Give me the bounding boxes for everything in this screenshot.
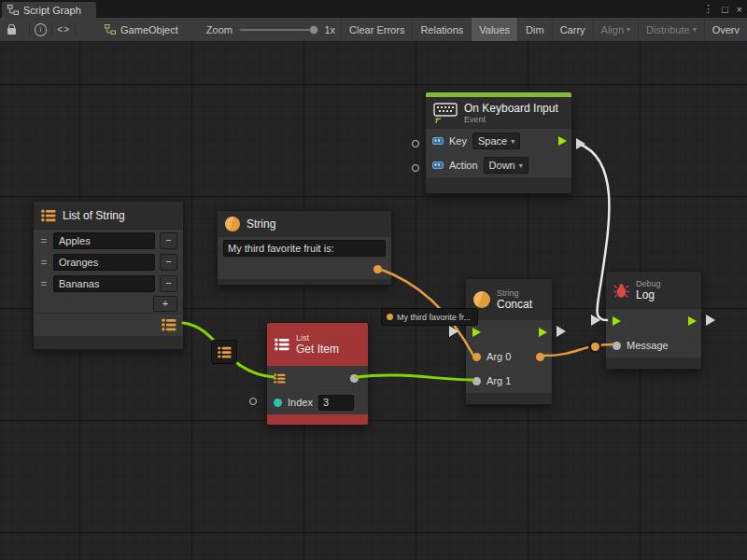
flow-row <box>606 309 701 333</box>
node-header: On Keyboard Input Event <box>426 97 571 129</box>
flow-row <box>466 320 552 344</box>
get-item-node[interactable]: List Get Item Index 3 <box>266 322 369 426</box>
distribute-button[interactable]: Distribute ▾ <box>638 18 704 41</box>
remove-item-button[interactable]: − <box>160 275 177 292</box>
on-keyboard-input-node[interactable]: On Keyboard Input Event Key Space ▾ Acti… <box>425 91 572 194</box>
tab-script-graph[interactable]: Script Graph <box>2 2 96 18</box>
index-input[interactable]: 3 <box>318 395 354 411</box>
drag-handle-icon[interactable]: = <box>39 257 49 268</box>
zoom-value: 1x <box>324 24 335 35</box>
dim-button[interactable]: Dim <box>517 18 552 41</box>
overview-button[interactable]: Overv <box>704 18 747 41</box>
graph-toolbar: i <> GameObject Zoom 1x Clear Errors Rel… <box>0 18 747 42</box>
index-port[interactable] <box>274 399 282 407</box>
info-icon[interactable]: i <box>35 23 48 36</box>
remove-item-button[interactable]: − <box>160 232 177 249</box>
list-value-badge <box>211 340 237 364</box>
action-port[interactable] <box>412 164 419 172</box>
concat-flow-in-arrow[interactable] <box>449 326 458 337</box>
flow-in-port[interactable] <box>472 328 481 337</box>
add-item-button[interactable]: + <box>153 296 177 312</box>
log-flow-out-arrow[interactable] <box>706 315 715 326</box>
node-header: List Get Item <box>267 323 368 366</box>
key-port[interactable] <box>412 140 419 147</box>
script-graph-icon <box>7 5 19 15</box>
concat-node[interactable]: String Concat Arg 0 Arg 1 <box>465 278 553 405</box>
window-maximize-icon[interactable]: □ <box>722 4 728 15</box>
string-output-row <box>218 259 391 279</box>
arg0-port[interactable] <box>472 353 481 361</box>
title-bar: Script Graph ⋮ □ × <box>0 0 747 18</box>
relations-button[interactable]: Relations <box>412 18 471 41</box>
list-item-row: = Bananas − <box>34 273 183 294</box>
chevron-down-icon: ▾ <box>511 137 514 146</box>
key-value: Space <box>478 135 507 147</box>
window-menu-icon[interactable]: ⋮ <box>703 3 713 15</box>
node-header: String Concat <box>466 279 552 320</box>
code-view-icon[interactable]: <> <box>57 24 70 35</box>
list-item-input[interactable]: Apples <box>53 232 155 249</box>
window-close-icon[interactable]: × <box>737 4 742 15</box>
string-type-icon <box>225 217 240 231</box>
list-of-string-node[interactable]: List of String = Apples − = Oranges − = … <box>33 201 184 350</box>
toolbar-separator <box>51 22 52 36</box>
flow-in-port[interactable] <box>613 316 621 326</box>
flow-out-port[interactable] <box>558 136 567 146</box>
action-row: Action Down ▾ <box>426 153 571 177</box>
list-output-port[interactable] <box>162 318 176 331</box>
string-type-icon <box>473 291 490 308</box>
arg1-port[interactable] <box>472 377 481 385</box>
chevron-down-icon: ▾ <box>693 25 697 34</box>
node-title: String <box>247 217 275 231</box>
flow-out-port[interactable] <box>539 328 547 337</box>
distribute-label: Distribute <box>646 24 689 35</box>
string-output-port[interactable] <box>374 265 382 273</box>
gameobject-icon <box>105 24 116 35</box>
index-row: Index 3 <box>267 390 368 414</box>
values-button[interactable]: Values <box>471 18 517 41</box>
string-type-dot <box>387 314 393 320</box>
message-port[interactable] <box>613 342 621 350</box>
list-input-port[interactable] <box>274 373 286 384</box>
target-breadcrumb[interactable]: GameObject <box>105 24 178 35</box>
node-title: List of String <box>63 209 125 222</box>
carry-button[interactable]: Carry <box>552 18 593 41</box>
index-outer-port[interactable] <box>249 398 257 405</box>
action-dropdown[interactable]: Down ▾ <box>484 157 529 174</box>
log-flow-in-arrow[interactable] <box>591 315 600 326</box>
bug-icon <box>613 283 629 299</box>
list-icon <box>41 209 56 222</box>
zoom-label: Zoom <box>206 24 233 35</box>
flow-out-port[interactable] <box>688 316 697 326</box>
zoom-slider-knob[interactable] <box>309 25 318 35</box>
node-header: List of String <box>34 202 183 230</box>
node-footer <box>34 336 183 349</box>
list-item-input[interactable]: Bananas <box>53 275 155 292</box>
zoom-slider[interactable] <box>240 24 319 35</box>
string-node[interactable]: String My third favorite fruit is: <box>217 210 392 286</box>
align-button[interactable]: Align ▾ <box>593 18 639 41</box>
debug-log-node[interactable]: Debug Log Message <box>605 271 702 370</box>
key-dropdown[interactable]: Space ▾ <box>472 133 520 149</box>
list-item-input[interactable]: Oranges <box>53 254 155 271</box>
keyboard-flow-out-arrow[interactable] <box>576 138 585 149</box>
message-label: Message <box>627 340 669 351</box>
remove-item-button[interactable]: − <box>160 254 177 271</box>
clear-errors-button[interactable]: Clear Errors <box>341 18 412 41</box>
node-subtitle: Event <box>464 115 558 124</box>
chevron-down-icon: ▾ <box>519 161 523 170</box>
drag-handle-icon[interactable]: = <box>39 278 49 289</box>
keyboard-icon <box>433 103 458 124</box>
add-item-row: + <box>34 294 183 313</box>
lock-button[interactable] <box>0 25 24 35</box>
result-output-port[interactable] <box>536 353 544 361</box>
key-label: Key <box>449 135 467 147</box>
drag-handle-icon[interactable]: = <box>39 235 49 246</box>
concat-flow-out-arrow[interactable] <box>557 326 566 337</box>
list-item-row: = Apples − <box>34 230 183 251</box>
node-footer <box>267 414 368 425</box>
arg0-row: Arg 0 <box>466 344 552 369</box>
item-output-port[interactable] <box>350 374 359 383</box>
node-footer <box>606 357 701 369</box>
string-value-input[interactable]: My third favorite fruit is: <box>223 240 386 257</box>
